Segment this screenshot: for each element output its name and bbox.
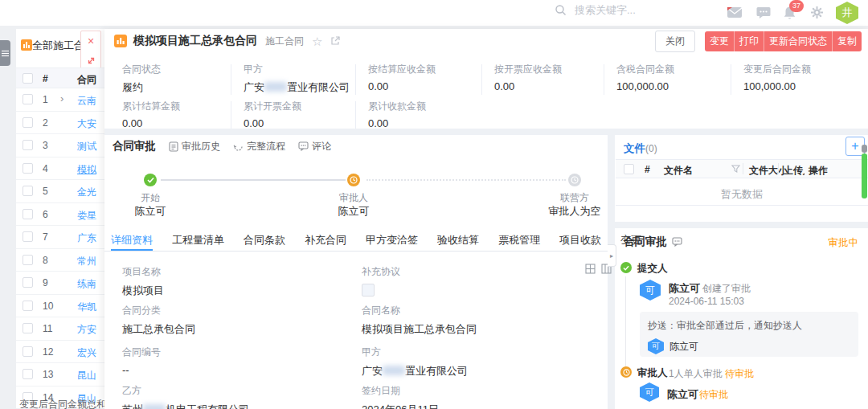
step-role: 联营方 (518, 191, 631, 205)
close-button[interactable]: 关闭 (655, 31, 695, 52)
full-flow-link[interactable]: 完整流程 (233, 140, 285, 153)
contract-link[interactable]: 宏兴 (77, 346, 104, 360)
table-row[interactable]: 4模拟 (16, 157, 104, 181)
row-checkbox[interactable] (23, 301, 33, 311)
row-checkbox[interactable] (23, 277, 33, 288)
scrollbar-track[interactable] (862, 145, 867, 153)
supplement-checkbox[interactable] (362, 284, 375, 297)
row-checkbox[interactable] (23, 346, 33, 357)
total-invoice-link[interactable]: 0.00 (244, 117, 301, 129)
mail-icon[interactable] (727, 6, 743, 18)
table-row[interactable]: 7广东 (16, 226, 104, 249)
table-row[interactable]: 6娄星 (16, 203, 104, 227)
contract-detail-panel: 模拟项目施工总承包合同 施工合同 ☆ 关闭 变更 打印 更新合同状态 复制 合同… (104, 29, 868, 409)
avatar: 可 (640, 280, 661, 301)
row-checkbox[interactable] (23, 140, 33, 150)
contract-link[interactable]: 方安 (77, 323, 104, 337)
files-empty-state: 暂无数据 (616, 187, 868, 202)
table-row[interactable]: 5金光 (16, 180, 104, 203)
row-checkbox[interactable] (23, 186, 33, 196)
approval-history-link[interactable]: 审批历史 (169, 140, 220, 153)
contract-link[interactable]: 练南 (77, 277, 104, 291)
table-row[interactable]: 13昆山 (16, 363, 104, 387)
cc-note: 抄送：审批全部通过后，通知抄送人 (648, 319, 850, 333)
row-checkbox[interactable] (23, 255, 33, 265)
scrollbar-thumb[interactable] (862, 153, 867, 198)
contract-link[interactable]: 华凯 (77, 301, 104, 314)
page-title: 模拟项目施工总承包合同 (133, 34, 257, 48)
list-chart-icon (21, 39, 32, 51)
contract-link[interactable]: 测试 (77, 140, 104, 153)
party-a-link[interactable]: 广安置业有限公司 (244, 80, 350, 95)
submitter-label: 提交人 (637, 262, 668, 276)
table-row[interactable]: 2大安 (16, 112, 104, 135)
global-search[interactable] (555, 3, 697, 17)
contract-link[interactable]: 昆山 (77, 369, 104, 382)
contract-link-active[interactable]: 模拟 (77, 163, 104, 177)
approval-panel-header: 合同审批 (624, 235, 682, 249)
project-link[interactable]: 模拟项目 (122, 284, 164, 298)
row-checkbox[interactable] (23, 94, 33, 104)
files-col-name: 文件名 (664, 164, 693, 178)
chat-icon[interactable] (756, 6, 771, 19)
panel-collapse-handle[interactable]: ▸ (608, 244, 616, 267)
contract-rows: 1›云南 2大安 3测试 4模拟 5金光 6娄星 7广东 8常州 9练南 10华… (16, 88, 104, 409)
summary-contract-status: 合同状态履约 (122, 63, 161, 95)
files-select-all-checkbox[interactable] (624, 164, 634, 174)
row-checkbox[interactable] (23, 323, 33, 333)
table-row[interactable]: 1›云南 (16, 88, 104, 112)
summary-settle-receivable: 按结算应收金额0.00 (368, 63, 436, 92)
comment-icon (298, 141, 309, 151)
user-avatar[interactable]: 井 (836, 2, 858, 24)
sidebar-collapse-handle[interactable] (0, 40, 10, 66)
star-icon[interactable]: ☆ (312, 35, 322, 47)
row-checkbox[interactable] (23, 117, 33, 128)
row-checkbox[interactable] (23, 209, 33, 219)
party-b-link[interactable]: 苏州机电工程有限公司 (122, 403, 249, 409)
table-row[interactable]: 11方安 (16, 317, 104, 341)
contract-link[interactable]: 云南 (77, 94, 104, 108)
row-index: 8 (43, 255, 48, 266)
change-button[interactable]: 变更 (705, 31, 734, 51)
table-row[interactable]: 9练南 (16, 272, 104, 295)
expand-row-icon[interactable]: › (60, 92, 63, 104)
update-status-button[interactable]: 更新合同状态 (764, 31, 832, 51)
comment-icon[interactable] (672, 237, 682, 247)
print-button[interactable]: 打印 (734, 31, 764, 51)
summary-party-a: 甲方广安置业有限公司 (244, 63, 350, 95)
files-panel-title: 文件(0) (624, 141, 657, 156)
filter-funnel-icon[interactable] (731, 165, 740, 174)
table-row[interactable]: 10华凯 (16, 295, 104, 318)
step-person: 审批人为空 (518, 204, 631, 219)
select-all-checkbox[interactable] (23, 73, 33, 84)
party-a-link[interactable]: 广安置业有限公司 (362, 364, 468, 378)
divider (743, 163, 743, 174)
contract-link[interactable]: 常州 (77, 255, 104, 268)
table-row[interactable]: 3测试 (16, 134, 104, 157)
comment-link[interactable]: 评论 (298, 140, 331, 153)
row-checkbox[interactable] (23, 163, 33, 174)
notification-badge: 37 (789, 0, 804, 12)
row-index: 7 (43, 231, 48, 243)
row-index: 13 (43, 369, 53, 380)
table-row[interactable]: 8常州 (16, 249, 104, 272)
field-contract-no: 合同编号-- (122, 346, 161, 376)
copy-button[interactable]: 复制 (832, 31, 862, 51)
submit-time: 2024-06-11 15:03 (669, 296, 744, 307)
contract-link[interactable]: 大安 (77, 117, 104, 131)
close-panel-button[interactable]: × (81, 31, 100, 51)
contract-type-tag: 施工合同 (265, 35, 304, 48)
gear-icon[interactable] (810, 6, 824, 19)
search-input[interactable] (573, 3, 697, 17)
external-link-icon[interactable] (330, 36, 340, 46)
contract-link[interactable]: 广东 (77, 231, 104, 245)
files-col-action: 操作 (809, 164, 828, 178)
table-row[interactable]: 12宏兴 (16, 341, 104, 364)
timeline-line (625, 276, 626, 366)
top-bar: 37 井 (0, 0, 868, 26)
row-checkbox[interactable] (23, 369, 33, 379)
pending-status: 待审批 (725, 367, 754, 381)
total-received-link[interactable]: 0.00 (368, 117, 426, 129)
grid-view-icon[interactable] (585, 264, 596, 274)
row-checkbox[interactable] (23, 231, 33, 242)
